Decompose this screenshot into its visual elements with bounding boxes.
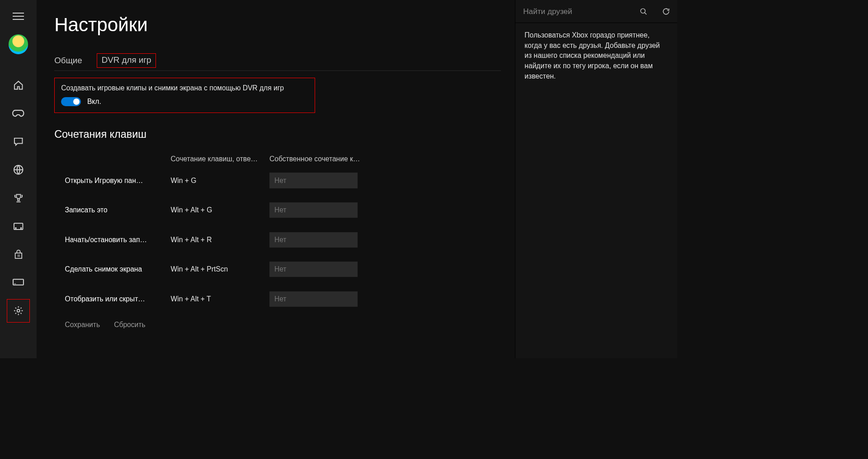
shortcut-preset: Win + Alt + R [171, 236, 269, 244]
controller-icon [12, 108, 24, 118]
chat-icon [13, 136, 24, 147]
shortcut-preset: Win + G [171, 177, 269, 185]
shortcut-custom-input[interactable] [269, 262, 358, 277]
shortcuts-header: Сочетание клавиш, отве… Собственное соче… [65, 155, 515, 163]
shortcuts-header-custom: Собственное сочетание к… [269, 155, 368, 163]
friends-refresh-button[interactable] [655, 0, 677, 23]
svg-point-11 [641, 9, 645, 13]
home-icon [13, 80, 24, 90]
captures-icon [13, 222, 24, 231]
globe-icon [13, 164, 24, 175]
nav-home[interactable] [9, 75, 28, 95]
shortcut-name: Сделать снимок экрана [65, 265, 171, 273]
nav-games[interactable] [9, 103, 28, 123]
svg-point-10 [17, 309, 20, 312]
shortcut-name: Начать/остановить зап… [65, 236, 171, 244]
avatar[interactable] [9, 34, 28, 54]
nav-connect[interactable] [9, 273, 28, 293]
console-icon [13, 279, 24, 286]
hamburger-button[interactable] [9, 6, 28, 26]
shortcut-name: Отобразить или скрыт… [65, 295, 171, 303]
shortcut-row: Записать это Win + Alt + G [65, 202, 515, 218]
dvr-toggle-label: Вкл. [87, 98, 101, 106]
shortcuts-header-preset: Сочетание клавиш, отве… [171, 155, 269, 163]
dvr-toggle-block: Создавать игровые клипы и снимки экрана … [54, 78, 315, 113]
shortcut-preset: Win + Alt + G [171, 206, 269, 214]
nav-network[interactable] [9, 160, 28, 180]
nav-captures[interactable] [9, 216, 28, 236]
svg-rect-9 [14, 284, 16, 284]
shortcut-preset: Win + Alt + T [171, 295, 269, 303]
toggle-knob [73, 98, 80, 105]
svg-rect-7 [19, 256, 19, 257]
svg-rect-8 [13, 279, 24, 285]
friends-search-button[interactable] [632, 0, 655, 23]
nav-store[interactable] [9, 244, 28, 264]
shortcuts-title: Сочетания клавиш [54, 128, 515, 141]
nav-settings[interactable] [9, 301, 28, 321]
nav-achievements[interactable] [9, 188, 28, 208]
shortcut-custom-input[interactable] [269, 202, 358, 218]
dvr-description: Создавать игровые клипы и снимки экрана … [61, 84, 308, 92]
shortcut-row: Начать/остановить зап… Win + Alt + R [65, 232, 515, 248]
shortcut-row: Сделать снимок экрана Win + Alt + PrtScn [65, 262, 515, 277]
friends-search-input[interactable] [515, 0, 632, 23]
svg-point-2 [15, 228, 16, 229]
svg-rect-4 [18, 254, 19, 255]
hamburger-icon [13, 13, 24, 20]
friends-search-row [515, 0, 677, 23]
dvr-toggle[interactable] [61, 97, 81, 106]
page-title: Настройки [54, 14, 515, 36]
friends-panel: Пользоваться Xbox гораздо приятнее, когд… [515, 0, 677, 358]
shortcut-row: Отобразить или скрыт… Win + Alt + T [65, 291, 515, 307]
shortcut-custom-input[interactable] [269, 291, 358, 307]
svg-rect-5 [19, 254, 19, 255]
refresh-icon [662, 7, 670, 16]
search-icon [640, 8, 647, 15]
main-content: Настройки Общие DVR для игр Создавать иг… [37, 0, 515, 358]
svg-point-3 [20, 228, 21, 229]
tab-dvr[interactable]: DVR для игр [97, 53, 156, 67]
svg-rect-6 [18, 256, 19, 257]
shortcut-name: Записать это [65, 206, 171, 214]
trophy-icon [14, 193, 24, 203]
save-button[interactable]: Сохранить [65, 321, 100, 329]
shortcut-preset: Win + Alt + PrtScn [171, 265, 269, 273]
shortcut-custom-input[interactable] [269, 232, 358, 248]
nav-rail [0, 0, 37, 358]
shortcut-row: Открыть Игровую пан… Win + G [65, 173, 515, 188]
nav-messages[interactable] [9, 132, 28, 152]
shortcut-custom-input[interactable] [269, 173, 358, 188]
tab-general[interactable]: Общие [54, 56, 82, 66]
store-icon [14, 249, 24, 260]
shortcut-name: Открыть Игровую пан… [65, 177, 171, 185]
gear-icon [13, 305, 24, 316]
footer-actions: Сохранить Сбросить [65, 321, 515, 329]
friends-blurb: Пользоваться Xbox гораздо приятнее, когд… [515, 23, 677, 88]
tabs: Общие DVR для игр [54, 56, 501, 71]
reset-button[interactable]: Сбросить [114, 321, 145, 329]
